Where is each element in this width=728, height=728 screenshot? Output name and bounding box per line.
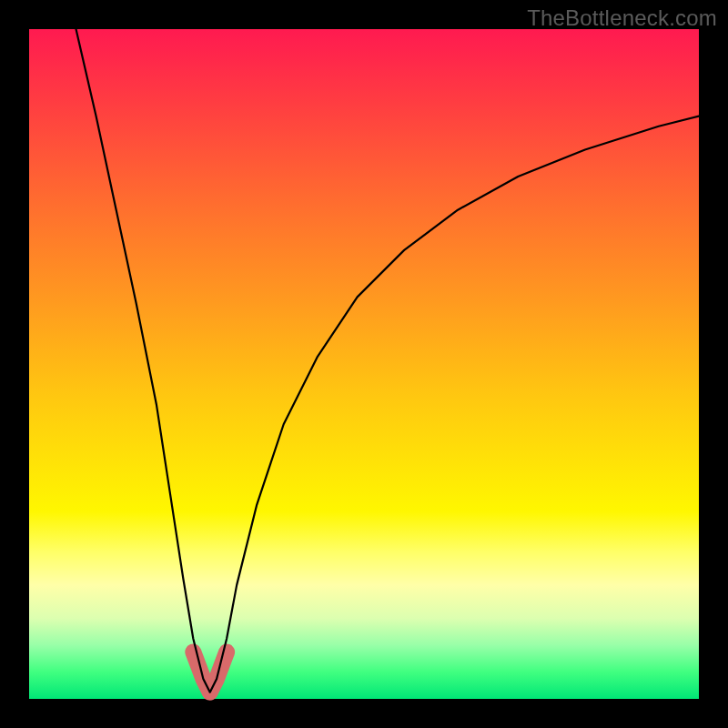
bottleneck-plot <box>29 29 699 699</box>
chart-area <box>29 29 699 699</box>
watermark-text: TheBottleneck.com <box>527 5 717 31</box>
bottleneck-curve <box>76 29 699 693</box>
